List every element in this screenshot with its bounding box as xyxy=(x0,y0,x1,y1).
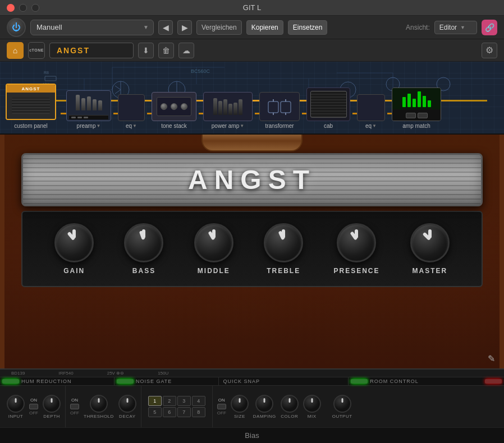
chain-transformer[interactable]: transformer xyxy=(259,92,300,129)
edit-pencil-button[interactable]: ✎ xyxy=(488,353,495,364)
transformer-label: transformer xyxy=(265,123,294,129)
hum-depth-group: DEPTH xyxy=(43,395,61,419)
fx-block-hum: INPUT ON OFF DEPTH xyxy=(2,386,66,427)
room-toggle[interactable] xyxy=(217,404,226,409)
compare-button[interactable]: Vergleichen xyxy=(196,20,242,35)
bass-label: BASS xyxy=(132,267,155,275)
presence-knob[interactable] xyxy=(337,223,376,262)
mix-knob[interactable] xyxy=(303,395,321,413)
chain-cab[interactable]: cab xyxy=(306,87,350,129)
next-button[interactable]: ▶ xyxy=(177,20,192,35)
snap-btn-2[interactable]: 2 xyxy=(163,396,176,406)
chip-label-25v: 25V ⊕⊖ xyxy=(107,371,124,376)
chain-eq2[interactable]: eq▼ xyxy=(357,94,385,129)
hum-label: HUM REDUCTION xyxy=(21,379,72,384)
power-amp-label: power amp▼ xyxy=(212,123,244,129)
amp-match-label: amp match xyxy=(402,123,430,129)
custom-panel-thumb: ANGST xyxy=(6,84,56,120)
snap-btn-8[interactable]: 8 xyxy=(192,407,205,417)
noise-led xyxy=(117,379,134,384)
editor-dropdown[interactable]: Editor ▼ xyxy=(434,21,477,34)
chain-tone-stack[interactable]: tone stack xyxy=(152,92,196,129)
chevron-down-icon: ▼ xyxy=(143,24,149,30)
snap-btn-4[interactable]: 4 xyxy=(192,396,205,406)
preamp-label: preamp▼ xyxy=(77,123,101,129)
status-text: Bias xyxy=(245,431,259,440)
chain-custom-panel[interactable]: ANGST custom panel xyxy=(6,84,56,129)
fx-controls-row: INPUT ON OFF DEPTH ON OFF THRESHOLD xyxy=(0,386,504,427)
transformer-svg xyxy=(265,97,294,117)
depth-knob-label: DEPTH xyxy=(43,414,60,419)
depth-knob[interactable] xyxy=(43,395,61,413)
fx-section-snap-header: QUICK SNAP xyxy=(219,377,349,385)
decay-group: DECAY xyxy=(118,395,136,419)
treble-knob[interactable] xyxy=(264,223,303,262)
maximize-button[interactable] xyxy=(31,4,39,12)
snap-btn-5[interactable]: 5 xyxy=(148,407,162,417)
minimize-button[interactable] xyxy=(19,4,27,12)
ctone-button[interactable]: cTONE xyxy=(28,42,45,59)
preset-dropdown[interactable]: Manuell ▼ xyxy=(30,20,154,35)
fx-labels-row: HUM REDUCTION NOISE GATE QUICK SNAP ROOM… xyxy=(0,377,504,386)
window-title: GIT L xyxy=(243,3,261,12)
gain-label: GAIN xyxy=(63,267,85,275)
master-knob[interactable] xyxy=(410,223,450,262)
chain-amp-match[interactable]: amp match xyxy=(392,87,441,129)
chip-label-150u: 150U xyxy=(158,371,168,376)
master-label: MASTER xyxy=(412,267,447,275)
paste-button[interactable]: Einsetzen xyxy=(288,20,328,35)
damping-group: DAMPING xyxy=(253,395,276,419)
cab-component xyxy=(306,87,350,121)
home-button[interactable]: ⌂ xyxy=(7,42,24,59)
snap-btn-6[interactable]: 6 xyxy=(163,407,176,417)
threshold-label: THRESHOLD xyxy=(84,414,114,419)
link-button[interactable]: 🔗 xyxy=(482,20,497,35)
delete-button[interactable]: 🗑 xyxy=(158,43,174,58)
snap-btn-7[interactable]: 7 xyxy=(177,407,191,417)
chain-preamp[interactable]: preamp▼ xyxy=(66,90,111,129)
noise-label: NOISE GATE xyxy=(136,379,172,384)
fx-section-hum-header: HUM REDUCTION xyxy=(0,377,114,385)
bass-knob[interactable] xyxy=(124,223,163,262)
amp-grille: ANGST xyxy=(21,153,483,206)
settings-button[interactable]: ⚙ xyxy=(482,43,497,58)
snap-buttons-grid: 1 2 3 4 5 6 7 8 xyxy=(146,394,208,419)
size-knob[interactable] xyxy=(231,395,249,413)
editor-dropdown-value: Editor xyxy=(439,24,457,31)
snap-btn-1[interactable]: 1 xyxy=(148,396,162,406)
gain-knob[interactable] xyxy=(54,223,94,262)
output-knob[interactable] xyxy=(333,395,351,413)
eq1-component xyxy=(118,94,145,121)
middle-knob[interactable] xyxy=(194,223,233,262)
trash-icon: 🗑 xyxy=(162,46,170,55)
close-button[interactable] xyxy=(7,4,15,12)
cab-label: cab xyxy=(324,123,333,129)
color-knob[interactable] xyxy=(281,395,299,413)
signal-connector xyxy=(61,113,66,114)
preset-bar: ⌂ cTONE ANGST ⬇ 🗑 ☁ ⚙ xyxy=(0,39,504,62)
input-knob[interactable] xyxy=(7,395,25,413)
snap-btn-3[interactable]: 3 xyxy=(177,396,191,406)
cloud-button[interactable]: ☁ xyxy=(178,43,194,58)
hum-toggle[interactable] xyxy=(29,404,38,409)
prev-button[interactable]: ◀ xyxy=(158,20,173,35)
chain-eq1[interactable]: eq▼ xyxy=(118,94,145,129)
download-button[interactable]: ⬇ xyxy=(138,43,154,58)
hum-on-label: ON xyxy=(30,398,37,403)
copy-button[interactable]: Kopieren xyxy=(246,20,283,35)
power-button[interactable]: ⏻ xyxy=(7,18,26,37)
fx-section-noise-header: NOISE GATE xyxy=(114,377,219,385)
power-amp-component xyxy=(203,92,253,121)
decay-knob[interactable] xyxy=(118,395,136,413)
damping-label: DAMPING xyxy=(253,414,276,419)
power-icon: ⏻ xyxy=(12,22,21,33)
noise-toggle[interactable] xyxy=(70,404,79,409)
chain-power-amp[interactable]: power amp▼ xyxy=(203,92,253,129)
threshold-knob[interactable] xyxy=(90,395,108,413)
title-bar: GIT L xyxy=(0,0,504,16)
size-label: SIZE xyxy=(234,414,245,419)
hum-input-group: INPUT xyxy=(7,395,25,419)
hum-off-label: OFF xyxy=(29,410,38,416)
knob-group-presence: PRESENCE xyxy=(333,223,379,275)
damping-knob[interactable] xyxy=(255,395,273,413)
